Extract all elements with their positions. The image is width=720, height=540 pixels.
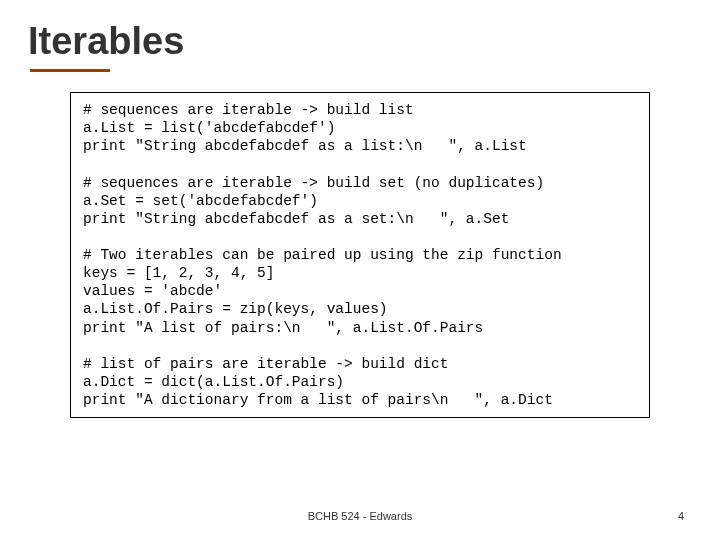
- footer-center: BCHB 524 - Edwards: [0, 510, 720, 522]
- footer-page-number: 4: [678, 510, 684, 522]
- page-title: Iterables: [28, 20, 720, 63]
- slide: Iterables # sequences are iterable -> bu…: [0, 0, 720, 540]
- title-accent-bar: [30, 69, 110, 72]
- code-block: # sequences are iterable -> build list a…: [70, 92, 650, 418]
- title-area: Iterables: [0, 0, 720, 72]
